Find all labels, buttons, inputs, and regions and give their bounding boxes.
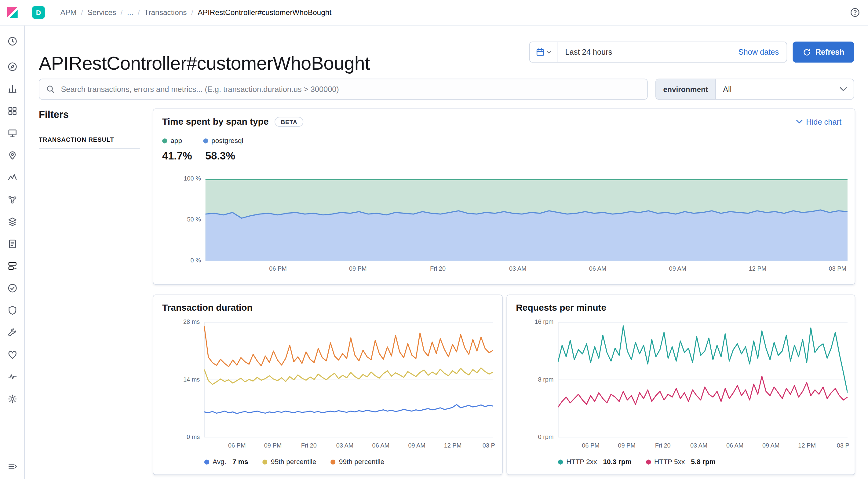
x-axis-label: 06 AM — [581, 265, 615, 272]
chart-legend: app postgresql — [162, 137, 243, 145]
legend-label: Avg. — [213, 458, 226, 466]
span-type-chart[interactable]: 100 %50 %0 % 06 PM09 PMFri 2003 AM06 AM0… — [205, 179, 847, 261]
kibana-apm-app: D APM / Services / ... / Transactions / … — [0, 0, 868, 479]
legend-item-95th-percentile[interactable]: 95th percentile — [263, 458, 316, 466]
x-axis-label: 06 AM — [718, 442, 752, 448]
discover-icon[interactable] — [0, 55, 25, 78]
x-axis-label: 12 PM — [436, 442, 469, 448]
screenshot-viewport: D APM / Services / ... / Transactions / … — [0, 0, 868, 479]
legend-dot — [204, 459, 209, 464]
uptime-icon[interactable] — [0, 277, 25, 299]
breadcrumb-separator: / — [191, 8, 193, 17]
breadcrumb-ellipsis[interactable]: ... — [127, 8, 133, 17]
x-axis-label: 12 PM — [790, 442, 824, 448]
maps-icon[interactable] — [0, 144, 25, 166]
chart-legend: HTTP 2xx 10.3 rpm HTTP 5xx 5.8 rpm — [558, 458, 716, 466]
breadcrumb-apm[interactable]: APM — [60, 8, 77, 17]
legend-item-avg[interactable]: Avg. 7 ms — [204, 458, 248, 466]
legend-label: app — [170, 137, 182, 145]
search-input[interactable] — [60, 84, 641, 94]
help-icon[interactable] — [850, 7, 860, 18]
top-header: D APM / Services / ... / Transactions / … — [0, 0, 868, 25]
search-bar — [39, 79, 648, 99]
x-axis-label: 03 AM — [501, 265, 534, 272]
refresh-icon — [803, 48, 811, 56]
y-axis-label: 0 % — [191, 257, 201, 264]
breadcrumb-separator: / — [138, 8, 140, 17]
breadcrumb: APM / Services / ... / Transactions / AP… — [60, 8, 332, 17]
requests-per-minute-chart[interactable]: 16 rpm8 rpm0 rpm 06 PM09 PMFri 2003 AM06… — [558, 322, 847, 438]
visualize-icon[interactable] — [0, 78, 25, 100]
x-axis-label: 03 P — [472, 442, 505, 448]
x-axis-label: 03 PM — [821, 265, 854, 272]
logs-icon[interactable] — [0, 233, 25, 255]
environment-select[interactable]: environment All — [655, 79, 854, 99]
environment-label: environment — [656, 79, 716, 99]
monitoring-icon[interactable] — [0, 343, 25, 366]
breadcrumb-separator: / — [81, 8, 83, 17]
beta-badge: BETA — [275, 117, 303, 127]
transaction-result-section-label: TRANSACTION RESULT — [39, 136, 114, 143]
legend-dot — [558, 459, 563, 464]
legend-item-http-2xx[interactable]: HTTP 2xx 10.3 rpm — [558, 458, 631, 466]
filters-divider — [39, 148, 140, 149]
legend-dot — [331, 459, 336, 464]
space-badge[interactable]: D — [32, 6, 45, 19]
refresh-button[interactable]: Refresh — [793, 41, 854, 63]
x-axis-label: 03 AM — [328, 442, 362, 448]
legend-value: 7 ms — [232, 458, 248, 466]
recently-viewed-icon[interactable] — [0, 30, 25, 52]
x-axis-label: 09 AM — [661, 265, 694, 272]
app-navigation-sidebar — [0, 25, 25, 479]
management-icon[interactable] — [0, 388, 25, 410]
x-axis-label: 09 PM — [610, 442, 644, 448]
breadcrumb-services[interactable]: Services — [87, 8, 116, 17]
legend-item-app[interactable]: app — [162, 137, 182, 145]
x-axis-label: 03 AM — [682, 442, 716, 448]
filters-heading: Filters — [39, 109, 69, 121]
requests-per-minute-panel: Requests per minute 16 rpm8 rpm0 rpm 06 … — [506, 295, 855, 475]
legend-label: HTTP 5xx — [654, 458, 685, 466]
x-axis-label: 09 AM — [754, 442, 788, 448]
breadcrumb-current: APIRestController#customerWhoBought — [197, 8, 331, 17]
heartbeat-icon[interactable] — [0, 365, 25, 388]
y-axis-label: 14 ms — [183, 376, 200, 383]
apm-icon[interactable] — [0, 255, 25, 277]
hide-chart-link[interactable]: Hide chart — [796, 117, 841, 126]
show-dates-link[interactable]: Show dates — [739, 48, 779, 57]
breadcrumb-transactions[interactable]: Transactions — [144, 8, 187, 17]
legend-label: HTTP 2xx — [566, 458, 597, 466]
dev-tools-icon[interactable] — [0, 321, 25, 343]
y-axis-label: 8 rpm — [538, 376, 554, 383]
x-axis-label: Fri 20 — [421, 265, 455, 272]
canvas-icon[interactable] — [0, 122, 25, 144]
legend-item-postgresql[interactable]: postgresql — [203, 137, 243, 145]
environment-value: All — [716, 85, 840, 93]
kibana-logo-icon[interactable] — [5, 5, 19, 19]
chevron-down-icon — [840, 87, 847, 92]
y-axis-label: 28 ms — [183, 318, 200, 325]
y-axis-label: 100 % — [184, 175, 201, 182]
breadcrumb-separator: / — [121, 8, 123, 17]
legend-item-99th-percentile[interactable]: 99th percentile — [331, 458, 384, 466]
hide-chart-label: Hide chart — [806, 117, 841, 126]
y-axis-label: 16 rpm — [534, 318, 553, 325]
time-spent-by-span-type-panel: Time spent by span type BETA Hide chart … — [153, 109, 855, 285]
chart-legend: Avg. 7 ms 95th percentile 99th percentil… — [204, 458, 384, 466]
super-date-picker: Last 24 hours Show dates — [529, 41, 787, 63]
x-axis-label: 09 PM — [256, 442, 289, 448]
collapse-menu-icon[interactable] — [0, 457, 25, 476]
x-axis-label: 06 AM — [364, 442, 398, 448]
graph-icon[interactable] — [0, 188, 25, 210]
date-range-value[interactable]: Last 24 hours — [557, 48, 738, 57]
calendar-icon[interactable] — [530, 42, 558, 62]
transaction-duration-chart[interactable]: 28 ms14 ms0 ms 06 PM09 PMFri 2003 AM06 A… — [204, 322, 493, 438]
dashboard-icon[interactable] — [0, 99, 25, 122]
x-axis-label: 06 PM — [220, 442, 253, 448]
chevron-down-icon — [546, 51, 551, 54]
y-axis-label: 0 ms — [187, 433, 200, 440]
metrics-icon[interactable] — [0, 210, 25, 233]
machine-learning-icon[interactable] — [0, 166, 25, 188]
legend-item-http-5xx[interactable]: HTTP 5xx 5.8 rpm — [646, 458, 716, 466]
siem-icon[interactable] — [0, 299, 25, 321]
